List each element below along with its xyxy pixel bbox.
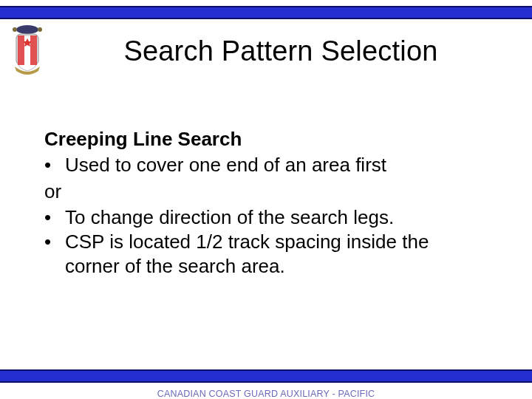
bullet-icon	[44, 230, 65, 254]
footer-text: CANADIAN COAST GUARD AUXILIARY - PACIFIC	[0, 389, 532, 399]
svg-rect-4	[18, 35, 24, 65]
subheading: Creeping Line Search	[44, 127, 488, 151]
bullet-item: Used to cover one end of an area first	[44, 153, 488, 177]
bullet-item: CSP is located 1/2 track spacing inside …	[44, 230, 488, 254]
header-band	[0, 6, 532, 19]
bullet-icon	[44, 153, 65, 177]
svg-point-1	[13, 27, 17, 32]
bullet-text: CSP is located 1/2 track spacing inside …	[65, 230, 429, 254]
bullet-item: To change direction of the search legs.	[44, 205, 488, 230]
page-title: Search Pattern Selection	[52, 35, 510, 67]
or-text: or	[44, 180, 488, 204]
bullet-text-cont: corner of the search area.	[44, 254, 488, 279]
bullet-icon	[44, 205, 65, 230]
svg-point-2	[38, 27, 42, 32]
svg-rect-5	[30, 35, 37, 65]
svg-point-0	[16, 25, 38, 34]
body-content: Creeping Line Search Used to cover one e…	[44, 127, 488, 279]
footer-band	[0, 369, 532, 383]
title-area: Search Pattern Selection	[0, 35, 532, 67]
ccga-crest-icon	[7, 22, 47, 80]
bullet-text: Used to cover one end of an area first	[65, 153, 386, 177]
slide: Search Pattern Selection Creeping Line S…	[0, 6, 532, 399]
bullet-text: To change direction of the search legs.	[65, 205, 394, 230]
